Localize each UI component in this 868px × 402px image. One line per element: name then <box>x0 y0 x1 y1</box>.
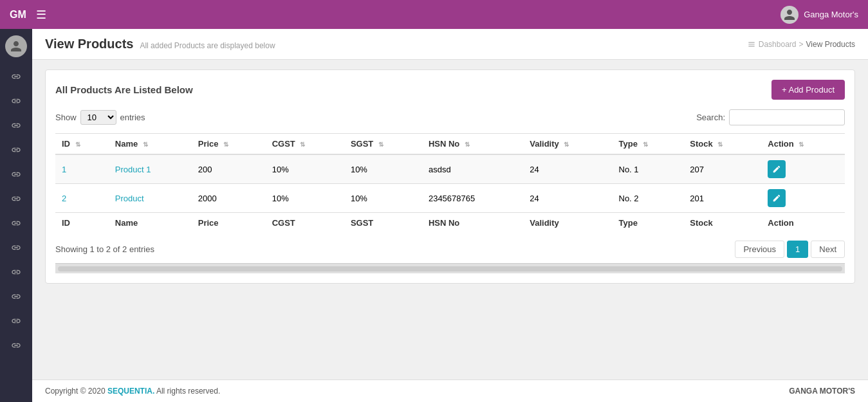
sort-icon-sgst[interactable]: ⇅ <box>378 141 383 148</box>
col-header-action[interactable]: Action ⇅ <box>761 134 845 155</box>
hamburger-icon[interactable]: ☰ <box>36 8 46 22</box>
sort-icon-action[interactable]: ⇅ <box>799 141 804 148</box>
pagination: Previous 1 Next <box>735 241 845 258</box>
cell-name-0: Product 1 <box>109 154 192 184</box>
sidebar-item-9[interactable] <box>3 260 29 284</box>
breadcrumb-parent[interactable]: Dashboard <box>759 40 797 49</box>
sidebar-item-10[interactable] <box>3 285 29 308</box>
sidebar-item-8[interactable] <box>3 236 29 259</box>
cell-type-1: No. 2 <box>613 184 684 213</box>
cell-price-0: 200 <box>192 154 266 184</box>
horizontal-scrollbar[interactable] <box>55 263 845 273</box>
navbar: GM ☰ Ganga Motor's <box>0 0 868 29</box>
col-header-cgst[interactable]: CGST ⇅ <box>266 134 344 155</box>
cell-id-0: 1 <box>55 154 109 184</box>
footer-rights: All rights reserved. <box>156 387 220 396</box>
page-subtitle: All added Products are displayed below <box>140 41 275 50</box>
add-product-button[interactable]: + Add Product <box>771 80 845 100</box>
main-content: All Products Are Listed Below + Add Prod… <box>32 60 868 379</box>
cell-id-1: 2 <box>55 184 109 213</box>
next-button[interactable]: Next <box>811 241 845 258</box>
table-row: 2 Product 2000 10% 10% 2345678765 24 No.… <box>55 184 845 213</box>
sidebar-item-12[interactable] <box>3 334 29 357</box>
sidebar-item-5[interactable] <box>3 163 29 186</box>
sort-icon-validity[interactable]: ⇅ <box>564 141 569 148</box>
col-header-sgst[interactable]: SGST ⇅ <box>344 134 422 155</box>
col-header-hsn[interactable]: HSN No ⇅ <box>422 134 523 155</box>
sidebar-item-6[interactable] <box>3 187 29 210</box>
footer-company: GANGA MOTOR'S <box>789 387 855 396</box>
page-1-button[interactable]: 1 <box>787 241 808 258</box>
entries-info: Showing 1 to 2 of 2 entries <box>55 244 154 254</box>
sidebar-item-2[interactable] <box>3 89 29 113</box>
col-header-name[interactable]: Name ⇅ <box>109 134 192 155</box>
table-footer: Showing 1 to 2 of 2 entries Previous 1 N… <box>55 241 845 258</box>
cell-sgst-0: 10% <box>344 154 422 184</box>
tfoot-action: Action <box>761 213 845 233</box>
tfoot-type: Type <box>613 213 684 233</box>
breadcrumb-separator: > <box>799 40 804 49</box>
content-area: View Products All added Products are dis… <box>32 29 868 402</box>
entries-label: entries <box>120 113 145 122</box>
sort-icon-cgst[interactable]: ⇅ <box>300 141 305 148</box>
main-wrapper: View Products All added Products are dis… <box>0 29 868 402</box>
sidebar <box>0 29 32 402</box>
sort-icon-id[interactable]: ⇅ <box>75 141 80 148</box>
search-box: Search: <box>696 109 845 125</box>
cell-hsn-1: 2345678765 <box>422 184 523 213</box>
table-controls: Show 10 25 50 100 entries Search: <box>55 109 845 125</box>
cell-sgst-1: 10% <box>344 184 422 213</box>
footer: Copyright © 2020 SEQUENTIA. All rights r… <box>32 379 868 402</box>
sort-icon-name[interactable]: ⇅ <box>143 141 148 148</box>
edit-button-0[interactable] <box>768 160 786 178</box>
cell-type-0: No. 1 <box>613 154 684 184</box>
products-table: ID ⇅ Name ⇅ Price ⇅ CGST ⇅ SGST ⇅ HSN No… <box>55 133 845 233</box>
footer-brand: SEQUENTIA. <box>107 387 154 396</box>
col-header-price[interactable]: Price ⇅ <box>192 134 266 155</box>
page-header-left: View Products All added Products are dis… <box>45 37 275 51</box>
breadcrumb: Dashboard > View Products <box>747 40 855 49</box>
col-header-type[interactable]: Type ⇅ <box>613 134 684 155</box>
cell-price-1: 2000 <box>192 184 266 213</box>
tfoot-hsn: HSN No <box>422 213 523 233</box>
cell-validity-1: 24 <box>523 184 612 213</box>
card-header: All Products Are Listed Below + Add Prod… <box>55 80 845 100</box>
cell-action-0 <box>761 154 845 184</box>
entries-select[interactable]: 10 25 50 100 <box>80 110 116 125</box>
cell-cgst-0: 10% <box>266 154 344 184</box>
table-header-row: ID ⇅ Name ⇅ Price ⇅ CGST ⇅ SGST ⇅ HSN No… <box>55 134 845 155</box>
sidebar-item-4[interactable] <box>3 138 29 161</box>
sidebar-item-11[interactable] <box>3 309 29 333</box>
tfoot-name: Name <box>109 213 192 233</box>
tfoot-cgst: CGST <box>266 213 344 233</box>
col-header-stock[interactable]: Stock ⇅ <box>683 134 761 155</box>
sidebar-item-3[interactable] <box>3 114 29 137</box>
col-header-validity[interactable]: Validity ⇅ <box>523 134 612 155</box>
show-label: Show <box>55 113 77 122</box>
sort-icon-price[interactable]: ⇅ <box>223 141 228 148</box>
sort-icon-hsn[interactable]: ⇅ <box>465 141 470 148</box>
sidebar-item-1[interactable] <box>3 65 29 88</box>
tfoot-price: Price <box>192 213 266 233</box>
show-entries: Show 10 25 50 100 entries <box>55 110 145 125</box>
sort-icon-type[interactable]: ⇅ <box>643 141 648 148</box>
page-header: View Products All added Products are dis… <box>32 29 868 60</box>
previous-button[interactable]: Previous <box>735 241 784 258</box>
footer-copyright-text: Copyright © 2020 <box>45 387 106 396</box>
products-card: All Products Are Listed Below + Add Prod… <box>45 69 855 284</box>
cell-stock-0: 207 <box>683 154 761 184</box>
edit-button-1[interactable] <box>768 189 786 207</box>
cell-hsn-0: asdsd <box>422 154 523 184</box>
cell-name-1: Product <box>109 184 192 213</box>
table-row: 1 Product 1 200 10% 10% asdsd 24 No. 1 2… <box>55 154 845 184</box>
sort-icon-stock[interactable]: ⇅ <box>717 141 723 148</box>
table-body: 1 Product 1 200 10% 10% asdsd 24 No. 1 2… <box>55 154 845 213</box>
tfoot-stock: Stock <box>683 213 761 233</box>
cell-action-1 <box>761 184 845 213</box>
search-label: Search: <box>696 113 725 122</box>
tfoot-validity: Validity <box>523 213 612 233</box>
sidebar-item-7[interactable] <box>3 212 29 235</box>
search-input[interactable] <box>729 109 845 125</box>
col-header-id[interactable]: ID ⇅ <box>55 134 109 155</box>
navbar-brand: GM <box>10 9 26 21</box>
